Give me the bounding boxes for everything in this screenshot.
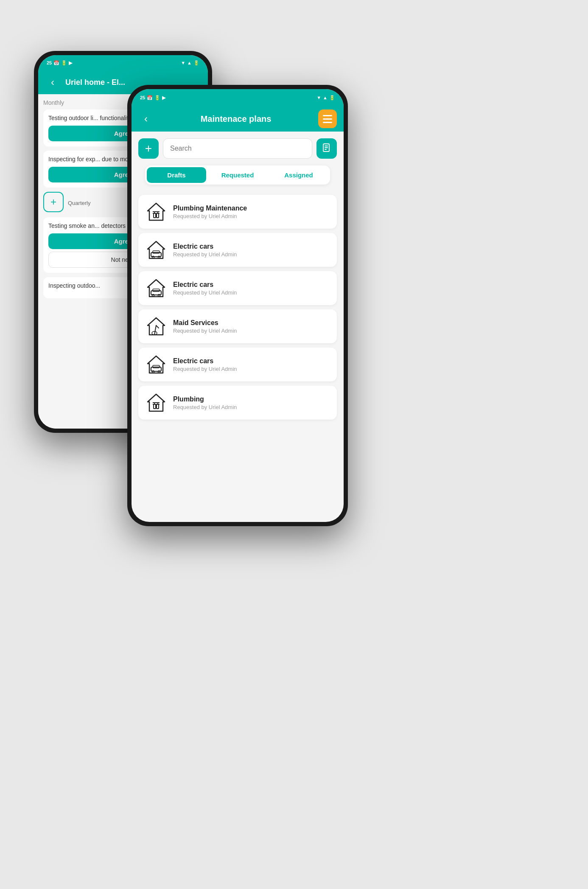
svg-rect-31 [154,404,156,409]
list-item-electric-3[interactable]: Electric cars Requested by Uriel Admin [138,348,337,381]
back-back-button[interactable]: ‹ [45,76,60,88]
svg-rect-5 [154,213,156,218]
back-status-bar: 25 📅 🔋 ▶ ▼ ▲ 🔋 [38,55,208,70]
add-button[interactable]: + [138,138,159,159]
svg-rect-32 [157,404,159,409]
quarterly-label: Quarterly [68,200,90,206]
list-item-maid[interactable]: Maid Services Requested by Uriel Admin [138,309,337,343]
add-quarterly-button[interactable]: + [43,192,64,212]
electric-1-icon [145,239,167,261]
front-header-title: Maintenace plans [154,114,318,124]
tabs-bar: Drafts Requested Assigned [145,165,330,185]
maid-title: Maid Services [173,319,330,327]
plumbing-maintenance-subtitle: Requested by Uriel Admin [173,213,330,219]
electric-3-icon [145,353,167,376]
front-app-header: ‹ Maintenace plans [132,106,344,132]
plus-icon: + [145,142,152,155]
plumbing-2-icon [145,392,167,414]
list-item-plumbing-maintenance[interactable]: Plumbing Maintenance Requested by Uriel … [138,195,337,229]
plumbing-2-title: Plumbing [173,395,330,403]
back-time: 25 [47,60,52,65]
plumbing-2-subtitle: Requested by Uriel Admin [173,404,330,410]
electric-3-info: Electric cars Requested by Uriel Admin [173,357,330,372]
electric-1-title: Electric cars [173,243,330,250]
tab-assigned[interactable]: Assigned [269,167,328,183]
bookmark-button[interactable] [316,138,337,159]
search-input[interactable] [170,145,305,152]
svg-line-22 [154,325,156,335]
electric-3-title: Electric cars [173,357,330,365]
plumbing-maintenance-icon [145,201,167,223]
maid-subtitle: Requested by Uriel Admin [173,328,330,334]
svg-marker-25 [148,356,165,373]
maintenance-list: Plumbing Maintenance Requested by Uriel … [132,190,344,522]
svg-marker-16 [148,280,165,297]
maid-info: Maid Services Requested by Uriel Admin [173,319,330,334]
bookmark-icon [322,143,331,154]
svg-marker-11 [148,241,165,258]
electric-1-info: Electric cars Requested by Uriel Admin [173,243,330,258]
list-item-electric-1[interactable]: Electric cars Requested by Uriel Admin [138,233,337,267]
search-area: + [132,132,344,165]
electric-2-icon [145,277,167,299]
electric-1-subtitle: Requested by Uriel Admin [173,251,330,258]
tab-drafts[interactable]: Drafts [147,167,206,183]
electric-2-title: Electric cars [173,281,330,289]
list-item-plumbing-2[interactable]: Plumbing Requested by Uriel Admin [138,386,337,420]
menu-line-3 [323,122,332,123]
electric-2-info: Electric cars Requested by Uriel Admin [173,281,330,296]
menu-line-1 [323,115,332,116]
svg-rect-6 [157,213,159,218]
electric-2-subtitle: Requested by Uriel Admin [173,289,330,296]
svg-line-24 [156,325,159,328]
maid-icon [145,315,167,337]
search-input-wrapper [163,138,312,159]
plumbing-maintenance-info: Plumbing Maintenance Requested by Uriel … [173,205,330,219]
back-header-title: Uriel home - El... [65,78,125,87]
plumbing-2-info: Plumbing Requested by Uriel Admin [173,395,330,410]
front-back-button[interactable]: ‹ [138,113,154,125]
front-time: 25 [140,95,145,100]
list-item-electric-2[interactable]: Electric cars Requested by Uriel Admin [138,271,337,305]
front-phone: 25 📅 🔋 ▶ ▼ ▲ 🔋 ‹ Maintenace plans [127,85,348,526]
front-status-bar: 25 📅 🔋 ▶ ▼ ▲ 🔋 [132,89,344,106]
menu-line-2 [323,118,332,120]
menu-button[interactable] [318,109,337,128]
plumbing-maintenance-title: Plumbing Maintenance [173,205,330,212]
electric-3-subtitle: Requested by Uriel Admin [173,366,330,372]
tab-requested[interactable]: Requested [208,167,267,183]
